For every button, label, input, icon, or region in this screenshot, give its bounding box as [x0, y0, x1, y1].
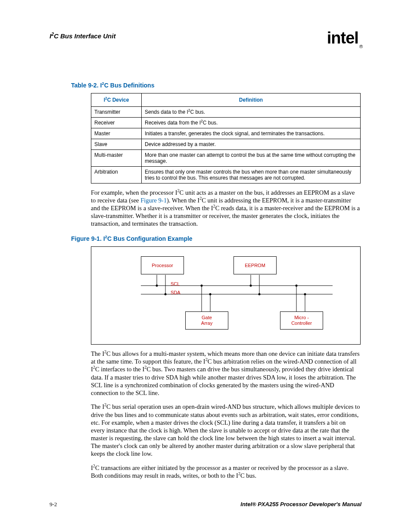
figure-frame: Processor EEPROM GateArray Micro -Contro… [91, 246, 361, 345]
cell-device: Arbitration [91, 166, 142, 183]
cell-def: More than one master can attempt to cont… [142, 149, 361, 166]
svg-point-13 [258, 293, 261, 296]
figure-caption: Figure 9-1. I2C Bus Configuration Exampl… [71, 235, 361, 242]
th-definition: Definition [142, 93, 361, 106]
table-row: Multi-master More than one master can at… [91, 149, 361, 166]
processor-box: Processor [141, 256, 184, 274]
svg-point-12 [250, 285, 252, 287]
table-header-row: I2C Device Definition [91, 93, 361, 106]
fc-post: C Bus Configuration Example [107, 235, 193, 242]
table-row: Receiver Receives data from the I2C bus. [91, 117, 361, 128]
cell-def: Sends data to the I2C bus. [142, 106, 361, 117]
cell-def: Device addressed by a master. [142, 139, 361, 149]
svg-point-9 [209, 293, 212, 296]
table-caption: Table 9-2. I2C Bus Definitions [71, 82, 361, 89]
th-device: I2C Device [91, 93, 142, 106]
tc-pre: Table 9-2. I [71, 82, 102, 89]
paragraph-2: The I2C bus allows for a multi-master sy… [91, 350, 361, 397]
chapter-title: I2C Bus Interface Unit [50, 32, 115, 40]
cell-device: Transmitter [91, 106, 142, 117]
svg-point-5 [165, 293, 167, 296]
sda-label: SDA [171, 290, 181, 295]
fc-pre: Figure 9-1. I [71, 235, 105, 242]
cell-device: Slave [91, 139, 142, 149]
cell-def: Receives data from the I2C bus. [142, 117, 361, 128]
svg-point-17 [304, 293, 306, 296]
gate-array-box: GateArray [185, 311, 228, 330]
figure-wires [91, 247, 360, 344]
eeprom-box: EEPROM [234, 256, 277, 274]
paragraph-4: I2C transactions are either initiated by… [91, 464, 361, 479]
cell-device: Receiver [91, 117, 142, 128]
table-row: Master Initiates a transfer, generates t… [91, 128, 361, 139]
footer-title: Intel® PXA255 Processor Developer's Manu… [240, 501, 361, 508]
cell-device: Master [91, 128, 142, 139]
paragraph-1: For example, when the processor I2C unit… [91, 189, 361, 228]
table-row: Arbitration Ensures that only one master… [91, 166, 361, 183]
page: I2C Bus Interface Unit intel® Table 9-2.… [0, 0, 411, 532]
definitions-table: I2C Device Definition Transmitter Sends … [91, 93, 361, 184]
scl-label: SCL [171, 281, 180, 286]
page-header: I2C Bus Interface Unit intel® [50, 32, 361, 52]
page-number: 9-2 [50, 501, 57, 508]
figure-9-1: Processor EEPROM GateArray Micro -Contro… [91, 247, 360, 344]
table-row: Transmitter Sends data to the I2C bus. [91, 106, 361, 117]
cell-device: Multi-master [91, 149, 142, 166]
cell-def: Initiates a transfer, generates the cloc… [142, 128, 361, 139]
paragraph-3: The I2C bus serial operation uses an ope… [91, 403, 361, 457]
title-post: C Bus Interface Unit [54, 32, 115, 40]
page-footer: 9-2 Intel® PXA255 Processor Developer's … [50, 501, 361, 508]
logo-registered: ® [359, 44, 362, 49]
micro-controller-box: Micro -Controller [280, 311, 323, 330]
tc-post: C Bus Definitions [104, 82, 155, 89]
svg-point-16 [296, 285, 298, 287]
cell-def: Ensures that only one master controls th… [142, 166, 361, 183]
logo-text: intel [327, 29, 358, 47]
intel-logo: intel® [327, 29, 361, 48]
svg-point-4 [156, 285, 158, 287]
table-row: Slave Device addressed by a master. [91, 139, 361, 149]
svg-point-8 [201, 285, 203, 287]
figure-link[interactable]: Figure 9-1 [140, 197, 167, 204]
